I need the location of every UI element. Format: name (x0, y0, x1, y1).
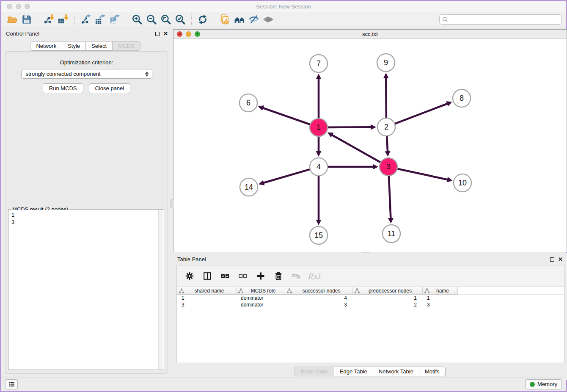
run-mcds-button[interactable]: Run MCDS (43, 83, 83, 93)
mcds-result-box: MCDS result (2 nodes) 1 3 (8, 209, 164, 370)
zoom-fit-icon (160, 14, 171, 25)
network-canvas[interactable]: 7968124314101511 (173, 39, 567, 252)
graph-node-4[interactable]: 4 (310, 158, 328, 176)
mcds-result-text[interactable]: 1 3 (9, 210, 158, 369)
graph-node-10[interactable]: 10 (454, 174, 471, 192)
export-table-button[interactable] (93, 13, 107, 26)
import-table-button[interactable] (56, 13, 71, 26)
control-panel-title: Control Panel (6, 30, 39, 37)
toolbar-separator (214, 14, 214, 25)
column-header-name[interactable]: name (423, 287, 458, 295)
bird-view-icon (263, 14, 274, 25)
select-arrows-icon (145, 72, 149, 77)
graph-edge-2-9[interactable] (383, 73, 389, 118)
column-header-shared-name[interactable]: shared name (177, 287, 237, 295)
zoom-fit-button[interactable] (159, 13, 173, 26)
graph-edge-4-14[interactable] (259, 169, 310, 185)
close-panel-button[interactable]: Close panel (89, 83, 131, 93)
zoom-selected-button[interactable] (173, 13, 187, 26)
task-history-button[interactable] (5, 379, 18, 389)
refresh-layout-button[interactable] (195, 13, 210, 26)
column-header-MCDS-role[interactable]: MCDS role (237, 287, 285, 295)
graph-node-9[interactable]: 9 (377, 54, 395, 72)
status-bar: Memory (2, 378, 565, 390)
show-columns-icon (203, 271, 212, 281)
import-network-button[interactable] (42, 13, 56, 26)
zoom-out-button[interactable] (144, 13, 159, 26)
toolbar-separator (126, 14, 126, 25)
add-column-button[interactable] (255, 270, 267, 282)
table-settings-button[interactable] (184, 270, 195, 282)
save-session-button[interactable] (19, 13, 34, 26)
graph-node-8[interactable]: 8 (453, 89, 471, 107)
close-table-panel-icon[interactable]: ✕ (558, 257, 563, 262)
home-view-button[interactable] (232, 13, 247, 26)
tab-mcds[interactable]: MCDS (112, 41, 140, 51)
clone-network-button[interactable] (218, 13, 232, 26)
optimization-criterion-label: Optimization criterion: (6, 59, 168, 66)
tab-label: Edge Table (340, 368, 367, 375)
select-all-rows-button[interactable] (219, 270, 231, 282)
column-header-successor-nodes[interactable]: successor nodes (285, 287, 353, 295)
graph-edge-3-11[interactable] (388, 176, 394, 224)
export-network-button[interactable] (79, 13, 93, 26)
float-panel-icon[interactable] (155, 32, 160, 36)
float-table-panel-icon[interactable] (550, 257, 554, 262)
graph-node-2[interactable]: 2 (377, 118, 395, 136)
graph-edge-3-1[interactable] (328, 133, 380, 162)
bird-view-button[interactable] (261, 13, 275, 26)
search-icon (442, 17, 448, 22)
graph-edge-4-15[interactable] (316, 176, 322, 225)
graph-edge-1-7[interactable] (316, 74, 322, 118)
table-cell: 2 (353, 302, 423, 308)
hide-graphics-details-button[interactable] (247, 13, 261, 26)
tab-label: Style (68, 43, 80, 49)
column-header-predecessor-nodes[interactable]: predecessor nodes (353, 287, 423, 295)
table-row[interactable]: 3dominator323 (177, 301, 564, 308)
deselect-all-rows-button[interactable] (237, 270, 249, 282)
zoom-in-button[interactable] (130, 13, 144, 26)
deselect-all-rows-icon (238, 271, 248, 281)
search-box[interactable] (439, 14, 562, 25)
graph-node-1[interactable]: 1 (310, 119, 328, 136)
home-view-icon (234, 14, 245, 25)
tab-edge-table[interactable]: Edge Table (334, 367, 373, 376)
graph-edge-1-2[interactable] (328, 124, 376, 130)
table-row[interactable]: 1dominator411 (177, 295, 564, 301)
tab-style[interactable]: Style (62, 41, 86, 51)
tab-network[interactable]: Network (30, 41, 62, 51)
graph-edge-4-3[interactable] (328, 164, 378, 170)
open-file-button[interactable] (5, 13, 19, 26)
graph-edge-2-3[interactable] (385, 136, 391, 157)
toolbar-separator (74, 14, 75, 25)
graph-edge-3-10[interactable] (397, 169, 452, 182)
graph-node-14[interactable]: 14 (240, 178, 258, 196)
graph[interactable]: 7968124314101511 (173, 39, 567, 252)
delete-columns-button[interactable] (272, 270, 284, 282)
graph-edge-1-4[interactable] (316, 137, 322, 157)
graph-node-3[interactable]: 3 (380, 158, 397, 176)
tab-node-table[interactable]: Node Table (295, 367, 334, 376)
close-panel-icon[interactable]: ✕ (163, 31, 168, 36)
tab-network-table[interactable]: Network Table (373, 367, 419, 376)
refresh-layout-icon (197, 14, 208, 25)
column-type-icon (238, 288, 243, 293)
criterion-select[interactable]: strongly connected component (21, 69, 152, 79)
tab-select[interactable]: Select (85, 41, 113, 51)
graph-edge-2-8[interactable] (395, 101, 452, 124)
tab-motifs[interactable]: Motifs (419, 367, 446, 376)
graph-node-11[interactable]: 11 (383, 225, 400, 243)
graph-node-6[interactable]: 6 (239, 94, 257, 112)
splitter-handle-vertical[interactable] (171, 199, 173, 208)
memory-status-icon (530, 382, 535, 387)
column-type-icon (287, 288, 292, 293)
graph-edge-1-6[interactable] (258, 105, 310, 124)
show-columns-button[interactable] (201, 270, 213, 282)
search-input[interactable] (450, 17, 559, 22)
result-scrollbar[interactable] (158, 210, 163, 369)
export-image-button[interactable] (107, 13, 122, 26)
graph-node-7[interactable]: 7 (310, 55, 328, 72)
graph-node-15[interactable]: 15 (310, 226, 328, 244)
memory-button[interactable]: Memory (525, 379, 562, 389)
control-panel-tabs: NetworkStyleSelectMCDS (2, 41, 169, 51)
